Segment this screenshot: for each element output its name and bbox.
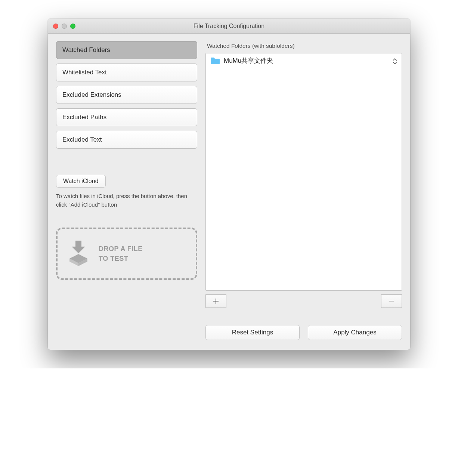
action-buttons: Reset Settings Apply Changes (205, 325, 402, 340)
list-item-label: MuMu共享文件夹 (224, 56, 273, 65)
list-scroll-stepper[interactable] (393, 57, 398, 65)
left-column: Watched Folders Whitelisted Text Exclude… (56, 41, 197, 340)
right-column: Watched Folders (with subfolders) MuMu共享… (205, 41, 402, 340)
chevron-up-icon (393, 58, 397, 61)
tab-excluded-extensions[interactable]: Excluded Extensions (56, 86, 197, 104)
close-window-button[interactable] (53, 24, 58, 29)
minimize-window-button[interactable] (62, 24, 67, 29)
tab-label: Whitelisted Text (62, 69, 107, 76)
icloud-section: Watch iCloud To watch files in iCloud, p… (56, 175, 197, 209)
drop-zone-line2: TO TEST (99, 255, 128, 262)
panel-header: Watched Folders (with subfolders) (205, 41, 402, 53)
tab-whitelisted-text[interactable]: Whitelisted Text (56, 64, 197, 81)
apply-changes-button[interactable]: Apply Changes (308, 325, 402, 340)
tab-watched-folders[interactable]: Watched Folders (56, 41, 197, 59)
folder-icon (210, 57, 220, 65)
watched-folders-list[interactable]: MuMu共享文件夹 (205, 53, 402, 291)
minus-icon (389, 298, 394, 304)
tab-label: Excluded Extensions (62, 91, 121, 99)
tab-label: Watched Folders (62, 46, 110, 54)
icloud-hint-text: To watch files in iCloud, press the butt… (56, 192, 197, 209)
tab-label: Excluded Paths (62, 114, 106, 121)
drop-zone-label: DROP A FILE TO TEST (99, 244, 143, 263)
window-content: Watched Folders Whitelisted Text Exclude… (48, 34, 410, 350)
drop-zone-line1: DROP A FILE (99, 245, 143, 253)
watch-icloud-button[interactable]: Watch iCloud (56, 175, 106, 188)
window-title: File Tracking Configuration (48, 23, 410, 30)
add-folder-button[interactable] (205, 294, 226, 308)
titlebar: File Tracking Configuration (48, 19, 410, 34)
chevron-down-icon (393, 62, 397, 65)
traffic-lights (48, 24, 75, 29)
reset-settings-button[interactable]: Reset Settings (205, 325, 300, 340)
plus-icon (213, 298, 219, 304)
tab-excluded-paths[interactable]: Excluded Paths (56, 108, 197, 126)
tab-excluded-text[interactable]: Excluded Text (56, 131, 197, 149)
drop-file-icon (68, 240, 89, 268)
section-tabs: Watched Folders Whitelisted Text Exclude… (56, 41, 197, 149)
list-add-remove-bar (205, 294, 402, 308)
list-item[interactable]: MuMu共享文件夹 (206, 53, 402, 68)
tab-label: Excluded Text (62, 136, 102, 143)
zoom-window-button[interactable] (70, 24, 75, 29)
remove-folder-button[interactable] (381, 294, 402, 308)
file-drop-zone[interactable]: DROP A FILE TO TEST (56, 228, 197, 280)
window: File Tracking Configuration Watched Fold… (48, 19, 410, 350)
